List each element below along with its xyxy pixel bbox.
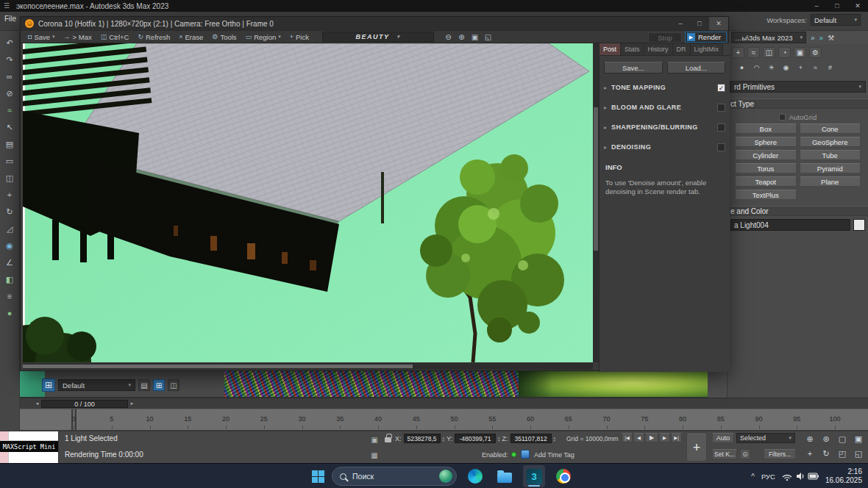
workspaces-dropdown[interactable]: Default ▾ xyxy=(811,14,861,26)
viewport-sliver[interactable]: ⊞ Default ▾ ▤ ⊞ ◫ xyxy=(20,371,708,398)
primitive-button-teapot[interactable]: Teapot xyxy=(735,176,797,187)
zoom-all-icon[interactable]: ⊛ xyxy=(819,433,833,445)
angle-snap-icon[interactable]: ∠ xyxy=(4,256,16,268)
hscroll-thumb[interactable] xyxy=(23,365,413,368)
viewport-layout-icon[interactable]: ⊞ xyxy=(42,378,55,392)
grid-view-icon[interactable]: ⊞ xyxy=(153,379,165,391)
project-folder-dropdown[interactable]: …ы\3ds Max 2023 ▾ xyxy=(731,32,806,43)
motion-tab-icon[interactable]: ◔ xyxy=(778,47,791,58)
zoom-fit-icon[interactable]: ▣ xyxy=(469,32,480,42)
bind-to-spacewarp-icon[interactable]: ≈ xyxy=(4,104,16,116)
geometry-category-icon[interactable]: ● xyxy=(736,62,747,72)
corona-tab-dr[interactable]: DR xyxy=(673,43,691,55)
zoom-actual-icon[interactable]: ◱ xyxy=(483,32,494,42)
maximize-viewport-icon[interactable]: ◱ xyxy=(852,448,865,459)
modify-tab-icon[interactable]: ≈ xyxy=(747,47,760,58)
minimize-button[interactable]: – xyxy=(806,0,827,12)
hidden-icons-chevron[interactable]: ^ xyxy=(751,473,755,481)
next-frame-button[interactable]: ▶ xyxy=(659,433,670,442)
zoom-in-icon[interactable]: ⊕ xyxy=(456,32,467,42)
primitive-button-textplus[interactable]: TextPlus xyxy=(735,190,797,200)
stop-render-button[interactable]: Stop xyxy=(648,32,682,43)
file-menu[interactable]: File xyxy=(4,15,16,23)
taskbar-chrome[interactable] xyxy=(552,465,574,487)
corona-title-bar[interactable]: ☺ Corona 10 (Hotfix 1) | 1280×720px (2:1… xyxy=(21,17,728,30)
primitive-button-torus[interactable]: Torus xyxy=(735,163,797,173)
tools-button[interactable]: ⚙Tools xyxy=(207,32,241,42)
pan-icon[interactable]: + xyxy=(803,448,817,459)
key-mode-icon[interactable]: ⊙ xyxy=(740,449,750,459)
key-filters-dropdown[interactable]: Selected ▾ xyxy=(736,433,795,443)
x-coordinate-field[interactable]: 5238278,5 xyxy=(404,434,441,443)
zoom-region-icon[interactable]: ◰ xyxy=(836,448,849,459)
rollout-checkbox[interactable] xyxy=(717,104,725,112)
lights-category-icon[interactable]: ☀ xyxy=(766,62,777,72)
mirror-icon[interactable]: ◧ xyxy=(4,273,16,285)
send-to-max-button[interactable]: →> Max xyxy=(60,32,96,42)
filters-button[interactable]: Filters... xyxy=(764,449,796,459)
zoom-icon[interactable]: ⊕ xyxy=(803,433,817,445)
unlink-selection-icon[interactable]: ⊘ xyxy=(4,87,16,99)
auto-key-button[interactable]: Auto xyxy=(712,433,734,443)
display-tab-icon[interactable]: ▣ xyxy=(794,47,806,58)
play-button[interactable]: ▶ xyxy=(645,433,658,442)
name-color-rollout[interactable]: e and Color xyxy=(728,206,868,216)
chevrons-right-icon[interactable]: » xyxy=(819,34,824,42)
hierarchy-tab-icon[interactable]: ◫ xyxy=(763,47,775,58)
time-tag-icon[interactable] xyxy=(521,450,530,459)
selection-lock-icon[interactable] xyxy=(385,437,391,442)
render-hscrollbar[interactable] xyxy=(23,363,593,370)
window-crossing-icon[interactable]: ◫ xyxy=(4,172,16,184)
systems-category-icon[interactable]: # xyxy=(825,62,836,72)
refresh-button[interactable]: ↻Refresh xyxy=(133,32,174,42)
spinner-icon[interactable]: ▴▾ xyxy=(554,436,556,442)
spacewarps-category-icon[interactable]: ≈ xyxy=(810,62,821,72)
add-time-tag[interactable]: Add Time Tag xyxy=(534,451,574,459)
object-type-rollout[interactable]: ct Type xyxy=(728,98,868,109)
taskbar-search[interactable]: Поиск xyxy=(332,467,457,486)
render-button[interactable]: ▶ Render xyxy=(685,32,727,43)
z-coordinate-field[interactable]: 351107,812 xyxy=(511,434,552,443)
rollout-sharpening-blurring[interactable]: ▸SHARPENING/BLURRING xyxy=(604,121,725,133)
timeline-ruler[interactable]: 0510152025303540455055606570758085909510… xyxy=(20,409,868,431)
align-icon[interactable]: ≡ xyxy=(4,290,16,302)
select-and-rotate-icon[interactable]: ↻ xyxy=(4,206,16,218)
close-button[interactable]: ✕ xyxy=(847,0,868,12)
primitive-button-cone[interactable]: Cone xyxy=(800,123,861,134)
rollout-tone-mapping[interactable]: ▸TONE MAPPING✓ xyxy=(604,82,725,93)
select-and-move-icon[interactable]: + xyxy=(4,189,16,201)
save-button[interactable]: ◘Save▾ xyxy=(24,32,60,42)
rollout-checkbox[interactable] xyxy=(717,123,725,132)
render-canvas[interactable] xyxy=(23,43,593,362)
isolate-selection-icon[interactable]: ▣ xyxy=(369,434,380,445)
rollout-checkbox[interactable]: ✓ xyxy=(717,84,725,92)
corona-close-button[interactable]: ✕ xyxy=(709,17,728,30)
set-key-button[interactable]: Set K... xyxy=(712,449,737,459)
listener-row[interactable] xyxy=(0,452,58,464)
y-coordinate-field[interactable]: -480399,71 xyxy=(455,434,496,443)
tray-clock[interactable]: 2:16 16.06.2025 xyxy=(825,467,862,485)
select-and-link-icon[interactable]: ∞ xyxy=(4,71,16,82)
maxscript-mini-listener[interactable]: MAXScript Mini xyxy=(0,431,59,464)
current-frame-field[interactable]: 0 / 100 xyxy=(41,400,128,408)
rollout-bloom-and-glare[interactable]: ▸BLOOM AND GLARE xyxy=(604,101,725,113)
config-load-button[interactable]: Load... xyxy=(667,62,726,73)
select-by-name-icon[interactable]: ▤ xyxy=(4,138,16,150)
primitive-button-plane[interactable]: Plane xyxy=(800,176,861,187)
primitive-button-sphere[interactable]: Sphere xyxy=(735,137,797,147)
create-tab-icon[interactable]: + xyxy=(732,47,744,58)
go-to-end-button[interactable]: ▶| xyxy=(671,433,682,442)
select-and-scale-icon[interactable]: ◿ xyxy=(4,223,16,234)
render-vscrollbar[interactable] xyxy=(593,43,599,362)
corona-tab-stats[interactable]: Stats xyxy=(621,43,644,55)
rollout-denoising[interactable]: ▸DENOISING xyxy=(604,141,725,153)
previous-frame-step-icon[interactable]: ◂ xyxy=(33,400,41,408)
list-view-icon[interactable]: ▤ xyxy=(138,379,150,391)
spinner-icon[interactable]: ▴▾ xyxy=(498,436,500,442)
taskbar-edge[interactable] xyxy=(464,465,486,487)
shapes-category-icon[interactable]: ◠ xyxy=(751,62,762,72)
pick-button[interactable]: +Pick xyxy=(285,32,313,42)
hamburger-menu-icon[interactable]: ☰ xyxy=(0,2,13,10)
erase-button[interactable]: ×Erase xyxy=(174,32,207,42)
utilities-tab-icon[interactable]: ⚙ xyxy=(809,47,822,58)
